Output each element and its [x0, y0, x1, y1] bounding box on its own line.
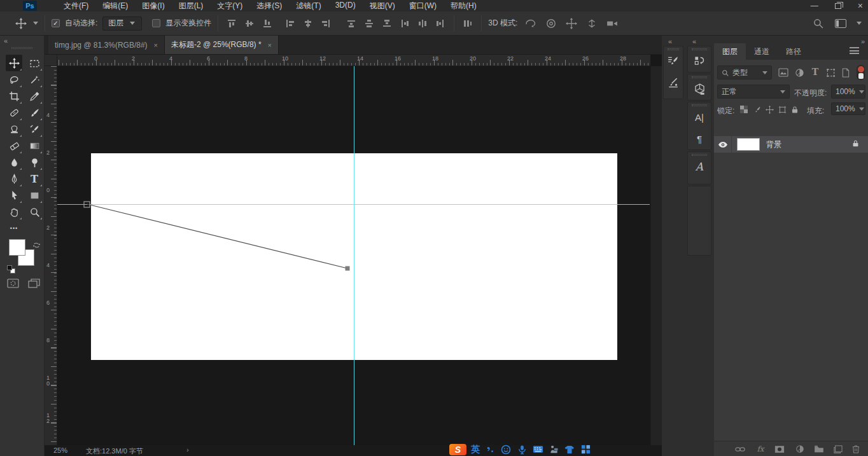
menu-file[interactable]: 文件(F) — [64, 1, 88, 11]
gradient-tool[interactable] — [26, 137, 43, 154]
show-transform-checkbox[interactable] — [152, 19, 160, 27]
rectangle-tool[interactable] — [26, 187, 43, 204]
menu-layer[interactable]: 图层(L) — [179, 1, 204, 11]
3d-roll-icon[interactable] — [544, 17, 558, 31]
hand-tool[interactable] — [6, 204, 22, 220]
lock-position-icon[interactable] — [764, 104, 775, 115]
layer-filter-dropdown[interactable]: 类型 — [717, 66, 772, 79]
path-selection-tool[interactable] — [6, 187, 22, 204]
screen-mode-icon[interactable] — [27, 276, 41, 290]
menu-image[interactable]: 图像(I) — [142, 1, 164, 11]
align-left-edges-icon[interactable] — [283, 17, 297, 31]
delete-layer-trash-icon[interactable] — [850, 443, 862, 455]
filter-pixel-layers-icon[interactable] — [778, 67, 789, 78]
layer-thumbnail[interactable] — [737, 138, 760, 151]
blur-tool[interactable] — [6, 154, 22, 170]
opacity-value-dropdown[interactable]: 100% — [831, 85, 865, 99]
tab-timg-jpg[interactable]: timg.jpg @ 81.3%(RGB/8#) × — [48, 36, 165, 54]
align-vertical-centers-icon[interactable] — [242, 17, 256, 31]
vertical-ruler[interactable]: 4 2 0 2 4 6 8 10 12 14 — [45, 66, 57, 445]
pen-tool[interactable] — [6, 170, 22, 187]
brush-presets-panel-icon[interactable] — [664, 72, 683, 93]
3d-drag-icon[interactable] — [564, 17, 578, 31]
filter-adjustment-layers-icon[interactable] — [794, 67, 805, 78]
menu-view[interactable]: 视图(V) — [370, 1, 395, 11]
distribute-right-edges-icon[interactable] — [433, 17, 447, 31]
zoom-level-field[interactable]: 25% — [53, 446, 67, 454]
3d-slide-icon[interactable] — [585, 17, 599, 31]
lasso-tool[interactable] — [6, 71, 22, 88]
horizontal-ruler[interactable]: 0 2 4 6 8 10 12 14 16 18 20 22 24 26 28 — [57, 55, 650, 66]
workspace-chevron-icon[interactable] — [857, 22, 862, 25]
menu-3d[interactable]: 3D(D) — [335, 1, 356, 11]
3d-rotate-icon[interactable] — [524, 17, 538, 31]
paragraph-panel-icon[interactable]: ¶ — [688, 128, 711, 149]
menu-window[interactable]: 窗口(W) — [409, 1, 437, 11]
glyphs-panel-icon[interactable]: A — [688, 156, 711, 177]
search-icon[interactable] — [811, 17, 825, 31]
menu-type[interactable]: 文字(Y) — [217, 1, 242, 11]
ime-menu-grid-icon[interactable] — [580, 444, 591, 455]
ruler-origin-corner[interactable] — [45, 55, 57, 66]
align-right-edges-icon[interactable] — [319, 17, 333, 31]
eyedropper-tool[interactable] — [26, 88, 43, 104]
menu-select[interactable]: 选择(S) — [256, 1, 282, 11]
tab-layers[interactable]: 图层 — [714, 43, 746, 60]
ime-handwriting-icon[interactable] — [548, 444, 559, 455]
edit-toolbar-ellipsis-icon[interactable]: ••• — [6, 220, 22, 237]
collapse-strip-icon[interactable]: « — [668, 38, 671, 45]
tool-preset-chevron-icon[interactable] — [33, 22, 38, 25]
lock-all-icon[interactable] — [789, 104, 801, 115]
filter-type-layers-icon[interactable]: T — [809, 66, 821, 78]
add-layer-mask-icon[interactable] — [774, 443, 785, 455]
collapse-toolbar-icon[interactable]: « — [4, 37, 7, 45]
link-layers-icon[interactable] — [734, 443, 746, 455]
vertical-scrollbar[interactable] — [650, 66, 662, 445]
history-panel-icon[interactable] — [688, 50, 711, 72]
collapse-strip-icon[interactable]: « — [692, 38, 696, 45]
brush-tool[interactable] — [26, 104, 43, 121]
distribute-left-edges-icon[interactable] — [398, 17, 412, 31]
auto-select-dropdown[interactable]: 图层 — [102, 17, 142, 31]
clone-stamp-tool[interactable] — [6, 121, 22, 137]
menu-help[interactable]: 帮助(H) — [451, 1, 477, 11]
sogou-logo-icon[interactable]: S — [449, 444, 466, 455]
dodge-tool[interactable] — [26, 154, 43, 170]
distribute-spacing-icon[interactable] — [461, 17, 475, 31]
filter-shape-layers-icon[interactable] — [825, 67, 836, 78]
layer-visibility-eye-icon[interactable] — [714, 136, 732, 153]
panel-menu-icon[interactable] — [850, 47, 859, 54]
tab-untitled-2[interactable]: 未标题-2 @ 25%(RGB/8) * × — [165, 36, 279, 54]
menu-filter[interactable]: 滤镜(T) — [296, 1, 321, 11]
status-more-icon[interactable]: › — [186, 446, 189, 453]
ime-keyboard-icon[interactable] — [532, 444, 543, 455]
default-colors-mini-swatch-black[interactable] — [7, 265, 12, 270]
lock-transparent-pixels-icon[interactable] — [738, 104, 750, 115]
panel-grip[interactable] — [11, 47, 32, 49]
align-bottom-edges-icon[interactable] — [260, 17, 274, 31]
distribute-horizontal-centers-icon[interactable] — [416, 17, 430, 31]
layer-style-fx-icon[interactable]: fx — [755, 443, 766, 455]
auto-select-checkbox[interactable]: ✓ — [52, 19, 60, 27]
healing-brush-tool[interactable] — [6, 104, 22, 121]
quick-selection-tool[interactable] — [26, 71, 43, 88]
tab-channels[interactable]: 通道 — [746, 43, 778, 60]
align-horizontal-centers-icon[interactable] — [301, 17, 315, 31]
eraser-tool[interactable] — [6, 137, 22, 154]
close-button[interactable]: × — [858, 1, 863, 11]
restore-button[interactable] — [835, 3, 841, 9]
minimize-button[interactable]: — — [811, 1, 818, 10]
zoom-tool[interactable] — [26, 204, 43, 220]
distribute-vertical-centers-icon[interactable] — [362, 17, 376, 31]
tab-paths[interactable]: 路径 — [778, 43, 809, 60]
new-layer-icon[interactable] — [832, 443, 844, 455]
new-adjustment-layer-icon[interactable] — [794, 443, 806, 455]
distribute-top-edges-icon[interactable] — [344, 17, 358, 31]
ime-skin-icon[interactable] — [564, 444, 575, 455]
filter-smart-objects-icon[interactable] — [840, 67, 851, 78]
ime-punctuation-icon[interactable] — [484, 444, 496, 455]
move-tool[interactable] — [6, 55, 22, 71]
ime-voice-icon[interactable] — [516, 444, 528, 455]
new-group-icon[interactable] — [813, 443, 825, 455]
lock-artboard-icon[interactable] — [776, 104, 788, 115]
